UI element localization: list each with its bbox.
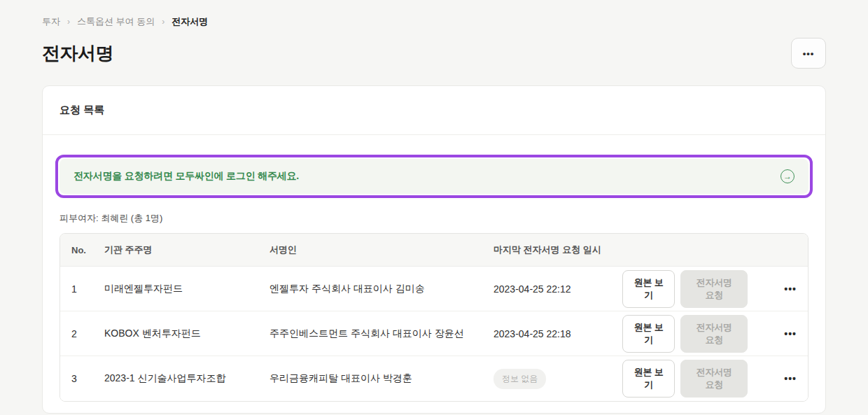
more-icon: ••• — [803, 48, 815, 59]
chevron-right-icon: › — [162, 17, 164, 27]
shareholder-name: 2023-1 신기술사업투자조합 — [93, 372, 258, 385]
view-original-button[interactable]: 원본 보기 — [622, 315, 675, 353]
card-body: 전자서명을 요청하려면 모두싸인에 로그인 해주세요. → 피부여자: 최혜린 … — [43, 135, 825, 413]
arrow-right-glyph: → — [783, 172, 792, 181]
last-request-status: 정보 없음 — [482, 369, 622, 389]
row-more-icon[interactable]: ••• — [784, 328, 797, 339]
shareholder-name: 미래엔젤투자펀드 — [93, 283, 258, 295]
breadcrumb-item-current: 전자서명 — [172, 15, 208, 28]
grantee-summary: 피부여자: 최혜린 (총 1명) — [59, 212, 808, 225]
signer-name: 주주인베스트먼트 주식회사 대표이사 장윤선 — [258, 328, 482, 340]
column-header-last-request: 마지막 전자서명 요청 일시 — [482, 244, 622, 256]
last-request-datetime: 2023-04-25 22:18 — [482, 328, 622, 339]
row-number: 3 — [60, 373, 93, 384]
highlight-annotation: 전자서명을 요청하려면 모두싸인에 로그인 해주세요. → — [55, 155, 813, 198]
no-info-badge: 정보 없음 — [493, 369, 546, 389]
page-more-button[interactable]: ••• — [791, 38, 826, 69]
last-request-datetime: 2023-04-25 22:12 — [482, 283, 622, 295]
request-signature-button[interactable]: 전자서명 요청 — [680, 360, 748, 398]
arrow-right-circle-icon: → — [780, 169, 794, 183]
row-number: 1 — [60, 283, 93, 295]
signer-name: 엔젤투자 주식회사 대표이사 김미송 — [258, 283, 482, 295]
row-number: 2 — [60, 328, 93, 339]
notice-message: 전자서명을 요청하려면 모두싸인에 로그인 해주세요. — [74, 170, 299, 183]
view-original-button[interactable]: 원본 보기 — [622, 270, 675, 308]
request-list-card: 요청 목록 전자서명을 요청하려면 모두싸인에 로그인 해주세요. → 피부여자… — [42, 85, 826, 414]
signature-request-table: No. 기관 주주명 서명인 마지막 전자서명 요청 일시 1 미래엔젤투자펀드… — [59, 233, 808, 402]
request-signature-button[interactable]: 전자서명 요청 — [680, 315, 748, 353]
breadcrumb-item-invest[interactable]: 투자 — [42, 15, 60, 28]
card-title: 요청 목록 — [59, 104, 104, 115]
table-row: 1 미래엔젤투자펀드 엔젤투자 주식회사 대표이사 김미송 2023-04-25… — [60, 267, 808, 311]
page-title: 전자서명 — [42, 41, 113, 66]
view-original-button[interactable]: 원본 보기 — [622, 360, 675, 398]
request-signature-button[interactable]: 전자서명 요청 — [680, 270, 748, 308]
breadcrumb-item-stock-option-consent[interactable]: 스톡옵션 부여 동의 — [77, 15, 155, 28]
table-row: 3 2023-1 신기술사업투자조합 우리금융캐피탈 대표이사 박경훈 정보 없… — [60, 356, 808, 401]
column-header-shareholder: 기관 주주명 — [93, 244, 258, 256]
page: 투자 › 스톡옵션 부여 동의 › 전자서명 전자서명 ••• 요청 목록 전자… — [0, 0, 868, 414]
row-more-icon[interactable]: ••• — [784, 373, 797, 384]
card-header: 요청 목록 — [43, 86, 825, 135]
row-more-icon[interactable]: ••• — [784, 283, 797, 295]
column-header-signer: 서명인 — [258, 244, 482, 256]
row-actions: 원본 보기 전자서명 요청 ••• — [622, 360, 808, 398]
signer-name: 우리금융캐피탈 대표이사 박경훈 — [258, 372, 482, 385]
row-actions: 원본 보기 전자서명 요청 ••• — [622, 270, 808, 308]
table-header-row: No. 기관 주주명 서명인 마지막 전자서명 요청 일시 — [60, 234, 808, 267]
title-row: 전자서명 ••• — [42, 38, 826, 69]
column-header-no: No. — [60, 245, 93, 255]
row-actions: 원본 보기 전자서명 요청 ••• — [622, 315, 808, 353]
modusign-login-notice[interactable]: 전자서명을 요청하려면 모두싸인에 로그인 해주세요. → — [59, 159, 808, 194]
chevron-right-icon: › — [67, 17, 70, 27]
shareholder-name: KOBOX 벤처투자펀드 — [93, 328, 258, 340]
breadcrumb: 투자 › 스톡옵션 부여 동의 › 전자서명 — [42, 15, 826, 28]
table-row: 2 KOBOX 벤처투자펀드 주주인베스트먼트 주식회사 대표이사 장윤선 20… — [60, 311, 808, 356]
